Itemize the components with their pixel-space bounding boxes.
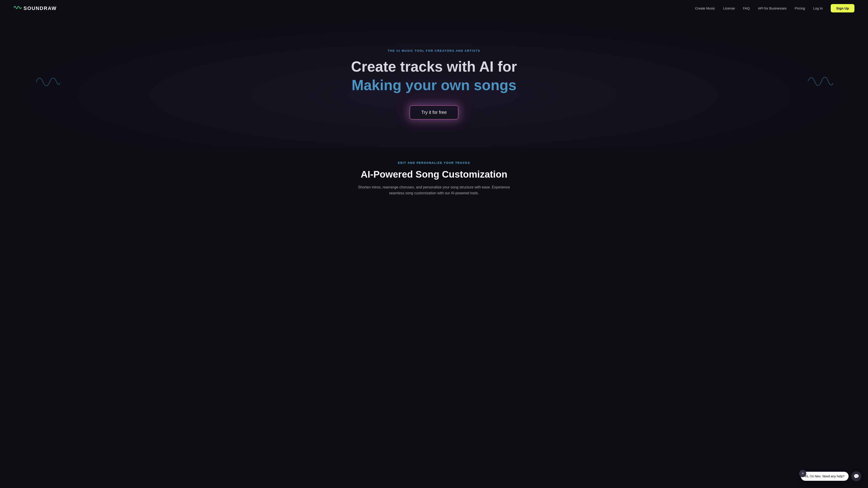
- nav-pricing[interactable]: Pricing: [795, 6, 805, 10]
- nav-api[interactable]: API for Businesses: [758, 6, 786, 10]
- navbar: SOUNDRAW Create Music License FAQ API fo…: [0, 0, 868, 17]
- chat-bubble-wrapper: × Hi, I'm Neo. Need any help?: [801, 472, 848, 481]
- signup-button[interactable]: Sign Up: [831, 4, 855, 12]
- chat-icon: 💬: [854, 474, 859, 479]
- chat-open-button[interactable]: 💬: [851, 471, 861, 481]
- nav-login[interactable]: Log In: [813, 6, 823, 10]
- logo-icon: [13, 4, 22, 12]
- nav-faq[interactable]: FAQ: [743, 6, 750, 10]
- nav-create-music[interactable]: Create Music: [695, 6, 715, 10]
- hero-subtitle: THE #1 MUSIC TOOL FOR CREATORS AND ARTIS…: [388, 49, 480, 53]
- hero-title-line1: Create tracks with AI for: [351, 59, 517, 74]
- hero-section: THE #1 MUSIC TOOL FOR CREATORS AND ARTIS…: [0, 17, 868, 148]
- waveform-right-icon: [807, 71, 834, 90]
- hero-title-line2: Making your own songs: [352, 76, 517, 94]
- logo-text: SOUNDRAW: [24, 5, 57, 11]
- lower-section: EDIT AND PERSONALIZE YOUR TRACKS AI-Powe…: [0, 148, 868, 205]
- lower-description: Shorten intros, rearrange choruses, and …: [357, 184, 511, 196]
- lower-subtitle: EDIT AND PERSONALIZE YOUR TRACKS: [398, 161, 470, 164]
- chat-bubble-message: Hi, I'm Neo. Need any help?: [801, 472, 848, 481]
- nav-license[interactable]: License: [723, 6, 735, 10]
- lower-title: AI-Powered Song Customization: [361, 169, 507, 180]
- try-free-button[interactable]: Try it for free: [410, 105, 459, 120]
- nav-links: Create Music License FAQ API for Busines…: [695, 4, 855, 12]
- logo[interactable]: SOUNDRAW: [13, 4, 57, 12]
- waveform-left-icon: [34, 71, 61, 90]
- chat-widget: × Hi, I'm Neo. Need any help? 💬: [801, 471, 861, 481]
